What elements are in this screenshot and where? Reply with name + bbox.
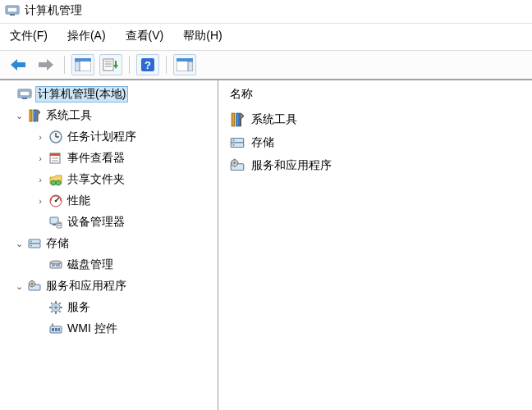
tree-disk-management[interactable]: 磁盘管理 bbox=[0, 254, 218, 276]
tree-label: 设备管理器 bbox=[67, 215, 125, 230]
svg-rect-20 bbox=[20, 91, 30, 96]
svg-rect-2 bbox=[10, 14, 15, 16]
svg-point-72 bbox=[232, 139, 234, 141]
gear-icon bbox=[48, 299, 64, 316]
svg-rect-57 bbox=[49, 307, 52, 308]
wmi-control-icon bbox=[48, 321, 64, 337]
svg-point-45 bbox=[30, 245, 32, 247]
svg-marker-69 bbox=[240, 113, 243, 126]
help-button[interactable]: ? bbox=[136, 54, 159, 75]
refresh-view-button[interactable] bbox=[173, 54, 196, 75]
tree-system-tools[interactable]: ⌄ 系统工具 bbox=[0, 105, 218, 126]
tree-root[interactable]: 计算机管理(本地) bbox=[0, 84, 218, 105]
storage-icon bbox=[228, 134, 246, 152]
svg-rect-64 bbox=[52, 328, 54, 331]
device-manager-icon bbox=[48, 214, 64, 230]
toolbar-separator bbox=[64, 56, 65, 74]
svg-rect-60 bbox=[59, 311, 62, 313]
menu-view[interactable]: 查看(V) bbox=[126, 29, 164, 43]
disk-management-icon bbox=[48, 257, 64, 273]
tree-services[interactable]: 服务 bbox=[0, 297, 218, 318]
forward-arrow-icon bbox=[37, 57, 55, 72]
twisty-expanded-icon[interactable]: ⌄ bbox=[11, 239, 26, 249]
svg-rect-1 bbox=[7, 7, 17, 12]
svg-rect-7 bbox=[75, 61, 80, 71]
services-apps-icon bbox=[228, 157, 246, 175]
tree-device-manager[interactable]: 设备管理器 bbox=[0, 212, 218, 233]
twisty-expanded-icon[interactable]: ⌄ bbox=[11, 111, 26, 121]
svg-marker-24 bbox=[37, 110, 40, 121]
tree-label: 计算机管理(本地) bbox=[36, 87, 127, 102]
svg-rect-66 bbox=[58, 328, 60, 331]
tree-label: 事件查看器 bbox=[67, 151, 125, 166]
export-list-button[interactable] bbox=[99, 54, 122, 75]
svg-rect-55 bbox=[55, 301, 57, 303]
svg-rect-62 bbox=[51, 311, 53, 313]
tree-label: 任务计划程序 bbox=[67, 130, 136, 144]
twisty-collapsed-icon[interactable]: › bbox=[33, 196, 48, 206]
svg-rect-8 bbox=[103, 59, 113, 71]
tree-label: 性能 bbox=[67, 194, 90, 208]
svg-rect-58 bbox=[60, 307, 62, 308]
back-button[interactable] bbox=[7, 54, 30, 75]
forward-button[interactable] bbox=[34, 54, 57, 75]
svg-rect-61 bbox=[59, 303, 62, 305]
tree-wmi-control[interactable]: WMI 控件 bbox=[0, 318, 218, 339]
menu-file[interactable]: 文件(F) bbox=[10, 29, 48, 43]
computer-management-icon bbox=[16, 86, 33, 102]
tree-task-scheduler[interactable]: › 任务计划程序 bbox=[0, 126, 218, 148]
svg-rect-65 bbox=[55, 328, 57, 331]
storage-icon bbox=[26, 235, 43, 252]
tree-pane[interactable]: 计算机管理(本地) ⌄ 系统工具 › 任务计划程 bbox=[0, 80, 218, 410]
window-title: 计算机管理 bbox=[25, 3, 82, 18]
tree-services-apps[interactable]: ⌄ 服务和应用程序 bbox=[0, 276, 218, 297]
toolbar-separator bbox=[166, 56, 167, 74]
menu-help[interactable]: 帮助(H) bbox=[183, 29, 222, 43]
svg-rect-68 bbox=[236, 113, 239, 126]
tree-event-viewer[interactable]: › 事件查看器 bbox=[0, 148, 218, 169]
svg-rect-38 bbox=[53, 224, 56, 226]
list-column-header[interactable]: 名称 bbox=[218, 84, 532, 108]
twisty-expanded-icon[interactable]: ⌄ bbox=[11, 281, 26, 292]
tree-label: 磁盘管理 bbox=[67, 257, 113, 272]
menubar: 文件(F) 操作(A) 查看(V) 帮助(H) bbox=[0, 24, 532, 50]
svg-rect-41 bbox=[57, 225, 61, 226]
list-item-label: 服务和应用程序 bbox=[251, 158, 332, 173]
tree-shared-folders[interactable]: › 共享文件夹 bbox=[0, 169, 218, 190]
svg-point-44 bbox=[30, 241, 32, 243]
tree-label: 共享文件夹 bbox=[67, 172, 125, 187]
toolbar: ? bbox=[0, 50, 532, 80]
svg-rect-48 bbox=[52, 264, 55, 266]
svg-rect-22 bbox=[30, 110, 32, 121]
main-split: 计算机管理(本地) ⌄ 系统工具 › 任务计划程 bbox=[0, 80, 532, 410]
show-hide-tree-button[interactable] bbox=[71, 54, 94, 75]
list-item-services-apps[interactable]: 服务和应用程序 bbox=[218, 154, 532, 177]
svg-rect-29 bbox=[50, 153, 60, 156]
twisty-collapsed-icon[interactable]: › bbox=[33, 153, 48, 163]
tree-performance[interactable]: › 性能 bbox=[0, 190, 218, 212]
svg-text:?: ? bbox=[144, 59, 151, 71]
list-item-system-tools[interactable]: 系统工具 bbox=[218, 108, 532, 131]
titlebar: 计算机管理 bbox=[0, 0, 532, 24]
menu-action[interactable]: 操作(A) bbox=[67, 29, 106, 43]
toolbar-separator bbox=[129, 56, 130, 74]
twisty-collapsed-icon[interactable]: › bbox=[33, 132, 48, 142]
system-tools-icon bbox=[228, 111, 246, 129]
svg-point-32 bbox=[51, 180, 56, 185]
shared-folders-icon bbox=[48, 171, 64, 188]
twisty-collapsed-icon[interactable]: › bbox=[33, 175, 48, 184]
panel-icon bbox=[75, 58, 91, 71]
system-tools-icon bbox=[26, 107, 43, 124]
tree-storage[interactable]: ⌄ 存储 bbox=[0, 233, 218, 254]
svg-point-73 bbox=[232, 144, 234, 146]
svg-rect-21 bbox=[22, 98, 27, 99]
list-pane[interactable]: 名称 系统工具 存储 bbox=[218, 80, 532, 410]
list-item-label: 系统工具 bbox=[251, 112, 297, 127]
tree-label: WMI 控件 bbox=[67, 321, 117, 336]
back-arrow-icon bbox=[9, 57, 27, 72]
performance-icon bbox=[48, 193, 64, 209]
services-apps-icon bbox=[26, 278, 43, 294]
svg-point-36 bbox=[55, 200, 57, 203]
svg-rect-18 bbox=[188, 61, 193, 71]
list-item-storage[interactable]: 存储 bbox=[218, 131, 532, 154]
